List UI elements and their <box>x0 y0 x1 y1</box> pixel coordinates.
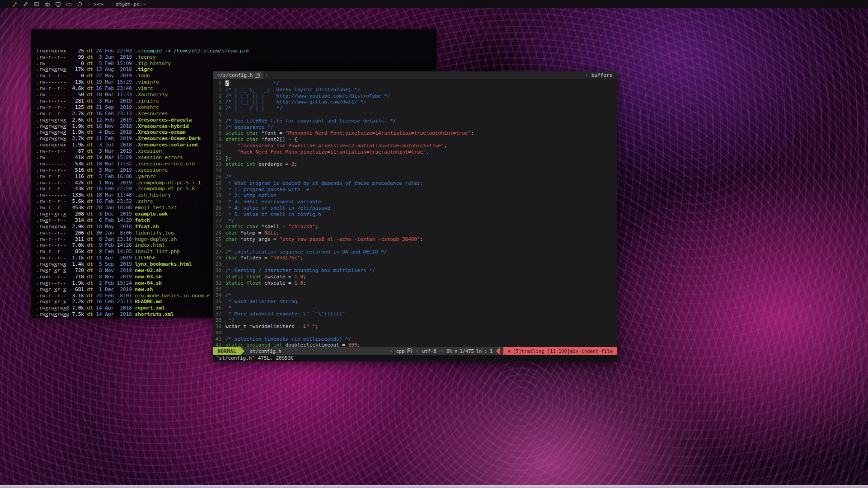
terminal-ls-row: .rw-r--r-- 99 dt 3 Jun 2019 .teensy <box>36 54 436 61</box>
file-date: 16 Feb 23:52 <box>93 198 132 204</box>
file-name: new-03.sh <box>132 274 162 280</box>
file-date: 1 May 2019 <box>93 180 132 186</box>
file-owner: dt <box>84 261 93 267</box>
file-size: 99 <box>69 54 84 60</box>
file-date: 24 Feb 8:01 <box>93 293 132 299</box>
shell-logo-glyph: ><> <box>94 1 104 7</box>
tabline-buffers-label[interactable]: buffers <box>591 72 612 78</box>
code-text: */ <box>225 218 235 224</box>
code-line: 21 * 5: value of shell in config.h <box>213 211 617 218</box>
file-owner: dt <box>84 123 93 129</box>
file-date: 8 Nov 2019 <box>93 274 132 280</box>
code-line: 18 * 2: utmp option <box>213 192 617 199</box>
camera-icon[interactable] <box>44 1 50 7</box>
line-number: 34 <box>213 292 225 299</box>
file-name: .xsession-errors.old <box>132 161 195 167</box>
whitespace-warning-badge: ≡ [5]trailing [11:100]mix-indent-file <box>503 347 617 355</box>
vim-window[interactable]: ~/s/config.h H › ‹ buffers 0/* ____ ____… <box>213 71 617 361</box>
code-text: * 4: value of shell in /etc/passwd <box>225 205 330 211</box>
settings-icon[interactable] <box>12 1 18 7</box>
file-owner: dt <box>84 54 93 60</box>
file-owner: dt <box>84 293 93 299</box>
code-line: 25char *stty_args = "stty raw pass8 nl -… <box>213 236 617 243</box>
code-line: 23static char *shell = "/bin/sh"; <box>213 224 617 230</box>
code-line: 6/* See LICENSE file for copyright and l… <box>213 118 617 124</box>
file-owner: dt <box>84 136 93 141</box>
file-size: 2.7k <box>69 136 84 141</box>
file-name: .xonshrc <box>132 104 159 110</box>
file-permissions: .rw-r--r-- <box>36 148 69 154</box>
line-number: 17 <box>213 187 225 193</box>
file-name: .tigrc <box>132 66 153 72</box>
code-line: 8static char *font = "Mononoki Nerd Font… <box>213 130 617 136</box>
code-line: 36 * <box>213 305 617 311</box>
file-permissions: .rwxrwxrwx@ <box>36 305 69 311</box>
file-name: .vimrc <box>132 85 153 91</box>
code-text: /* ____ _____ */ <box>225 80 279 87</box>
file-size: 43k <box>69 186 84 192</box>
file-owner: dt <box>84 66 93 72</box>
file-permissions: .rw-r--r-- <box>36 186 69 192</box>
line-number: 15 <box>213 174 225 180</box>
file-name: .xsession <box>132 148 162 154</box>
file-date: 3 Mar 2019 <box>93 98 132 104</box>
files-icon[interactable] <box>66 1 72 7</box>
file-date: 1 Dec 2019 <box>93 286 132 292</box>
file-name: .yarnrc <box>132 174 156 179</box>
filetype-flag-icon: H <box>407 348 412 353</box>
file-size: 3.1k <box>69 293 84 299</box>
record-icon[interactable] <box>77 1 83 7</box>
encoding-label: utf-8 <box>422 348 436 354</box>
file-date: 18 May 2018 <box>93 224 132 230</box>
code-line: 37 * More advanced example: L" `'\"()[]{… <box>213 311 617 317</box>
statusline-separator-icon: ‹ <box>389 348 393 354</box>
file-date: 6 Feb 14:29 <box>93 217 132 223</box>
edit-icon[interactable] <box>23 1 28 7</box>
line-number: 41 <box>213 336 225 343</box>
vim-statusline: NORMAL st/config.h ‹ cppH ‹ utf-8 ‹ 0% ≡… <box>213 347 617 355</box>
file-date: 14 Apr 2018 <box>93 311 132 317</box>
file-size: 2.6k <box>69 117 84 123</box>
line-number: 27 <box>213 249 225 255</box>
file-permissions: .rw-r--r-- <box>36 255 69 261</box>
code-line: 7/* appearance */ <box>213 124 617 131</box>
file-size: 1.9k <box>69 129 84 135</box>
file-size: 2.7k <box>69 111 84 117</box>
code-text: "Inconsolata for Powerline:pixelsize=12:… <box>225 143 447 149</box>
file-permissions: .rw-r--r-- <box>36 73 69 79</box>
code-area[interactable]: 0/* ____ _____ */1/* | _ \_ _| Derek Tay… <box>213 79 617 347</box>
file-date: 3 Feb 16:08 <box>93 174 132 179</box>
mode-indicator: NORMAL <box>213 347 241 355</box>
code-line: 26 <box>213 243 617 249</box>
top-bar-icon-tray <box>12 1 83 7</box>
file-date: 5 Sep 2019 <box>93 261 132 267</box>
display-icon[interactable] <box>55 1 61 7</box>
tabline-buffer-tab[interactable]: ~/s/config.h H <box>213 71 263 79</box>
file-owner: dt <box>84 61 93 66</box>
file-date: 2 Feb 15:24 <box>93 280 132 286</box>
file-size: 718 <box>69 274 84 280</box>
code-text: "Hack Nerd Font Mono:pixelsize=11:antial… <box>225 149 429 155</box>
file-name: lynx_bookmarks.html <box>132 261 192 267</box>
lines-icon: ≡ <box>455 348 457 354</box>
file-size: 0 <box>69 61 84 66</box>
file-permissions: .rwxrwxrwx <box>36 224 69 230</box>
file-permissions: .rw-r--r-- <box>36 167 69 173</box>
image-icon[interactable] <box>33 1 39 7</box>
file-name: fetch <box>132 217 150 223</box>
file-size: 281 <box>69 98 84 104</box>
vim-command-line[interactable]: "st/config.h" 475L, 20953C <box>213 355 617 361</box>
line-number: 4 <box>213 105 225 112</box>
line-number: 16 <box>213 180 225 187</box>
file-owner: dt <box>84 155 93 160</box>
file-name: new-02.sh <box>132 267 162 273</box>
code-line: 19 * 3: SHELL environment variable <box>213 199 617 205</box>
file-name: emoji-test.txt <box>132 205 177 211</box>
file-size: 206 <box>69 230 84 236</box>
code-text: char *stty_args = "stty raw pass8 nl -ec… <box>225 236 423 243</box>
file-size: 67 <box>69 148 84 154</box>
file-date: 2 Feb 14:55 <box>93 318 132 318</box>
file-size: 2.2k <box>69 299 84 305</box>
file-name: .steampid <box>132 48 162 54</box>
file-date: 16 Nov 2018 <box>93 123 132 129</box>
